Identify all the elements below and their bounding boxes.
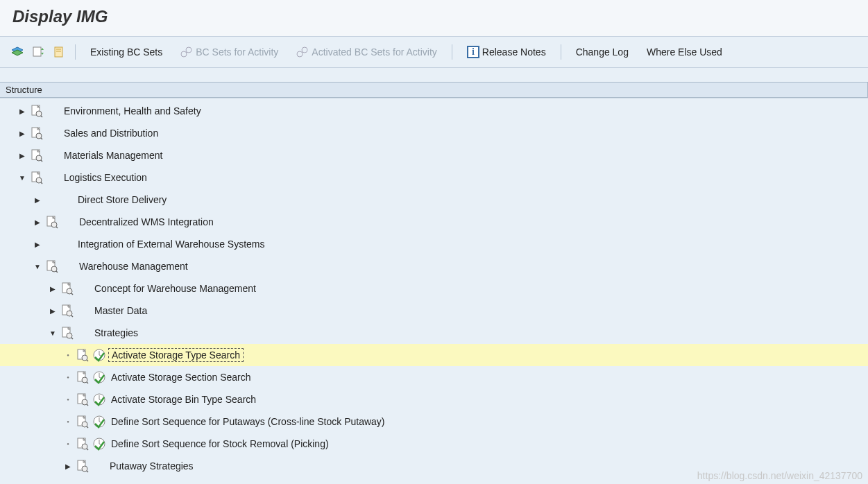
svg-line-30	[71, 293, 73, 295]
tree-node-ehs[interactable]: ▶ Environment, Health and Safety	[0, 100, 868, 122]
execute-icon[interactable]	[92, 347, 107, 363]
tree-label[interactable]: Logistics Execution	[61, 171, 150, 184]
svg-line-59	[87, 471, 88, 472]
tree-label[interactable]: Activate Storage Section Search	[108, 371, 254, 383]
svg-point-46	[82, 399, 87, 405]
bc-sets-activity-label: BC Sets for Activity	[196, 46, 278, 58]
svg-point-7	[186, 47, 192, 53]
tree-label[interactable]: Strategies	[92, 327, 141, 339]
expand-icon[interactable]: ▶	[32, 194, 43, 205]
expand-icon[interactable]: ▶	[62, 460, 74, 472]
tree-label[interactable]: Integration of External Warehouse System…	[75, 238, 268, 250]
tree-node-wms[interactable]: ▶ Decentralized WMS Integration	[0, 211, 868, 233]
doc-magnify-icon[interactable]	[75, 392, 90, 407]
expand-icon[interactable]: ▶	[17, 128, 28, 139]
leaf-dot-icon: ●	[62, 394, 74, 405]
collapse-icon[interactable]: ▼	[17, 172, 28, 183]
doc-magnify-icon[interactable]	[75, 370, 90, 385]
tree-node-mm[interactable]: ▶ Materials Management	[0, 144, 868, 166]
toolbar-separator	[452, 44, 452, 60]
where-else-used-button[interactable]: Where Else Used	[639, 43, 730, 61]
svg-point-38	[82, 355, 87, 361]
import-icon[interactable]	[29, 44, 47, 60]
svg-line-36	[71, 338, 73, 339]
execute-icon[interactable]	[92, 414, 107, 429]
collapse-icon[interactable]: ▼	[47, 327, 58, 338]
doc-magnify-icon[interactable]	[29, 103, 44, 119]
svg-point-20	[36, 178, 42, 183]
expand-icon[interactable]: ▶	[47, 305, 58, 316]
tree-label[interactable]: Sales and Distribution	[61, 127, 161, 139]
change-log-button[interactable]: Change Log	[568, 43, 636, 61]
expand-icon[interactable]: ▶	[47, 283, 58, 294]
tree-label[interactable]: Putaway Strategies	[107, 460, 196, 472]
activated-bc-sets-label: Activated BC Sets for Activity	[312, 46, 437, 58]
doc-magnify-icon[interactable]	[60, 325, 75, 340]
tree-node-le[interactable]: ▼ Logistics Execution	[0, 166, 868, 189]
tree-label[interactable]: Master Data	[92, 304, 150, 317]
svg-point-17	[36, 155, 42, 161]
tree-node-wm[interactable]: ▼ Warehouse Management	[0, 255, 868, 277]
tree-node-dsd[interactable]: ▶ Direct Store Delivery	[0, 189, 868, 211]
tree-activity-sort-putaway[interactable]: ● Define Sort Sequence for Putaways (Cro…	[0, 410, 868, 433]
tree-label[interactable]: Decentralized WMS Integration	[76, 216, 216, 228]
toolbar: Existing BC Sets BC Sets for Activity Ac…	[0, 37, 868, 68]
document-icon[interactable]	[50, 44, 68, 60]
activated-bc-sets-button[interactable]: Activated BC Sets for Activity	[289, 43, 445, 61]
tree-activity-sort-removal[interactable]: ● Define Sort Sequence for Stock Removal…	[0, 433, 868, 455]
expand-all-icon[interactable]	[8, 44, 26, 60]
tree-label[interactable]: Direct Store Delivery	[75, 193, 169, 206]
svg-point-58	[82, 466, 87, 472]
doc-magnify-icon[interactable]	[75, 414, 90, 429]
execute-icon[interactable]	[92, 370, 107, 385]
svg-line-27	[56, 271, 58, 273]
doc-magnify-icon[interactable]	[29, 148, 44, 163]
doc-magnify-icon[interactable]	[75, 458, 90, 474]
tree-label[interactable]: Activate Storage Bin Type Search	[108, 393, 259, 406]
expand-icon[interactable]: ▶	[17, 150, 28, 161]
doc-magnify-icon[interactable]	[75, 436, 90, 451]
release-notes-button[interactable]: i Release Notes	[459, 42, 554, 62]
execute-icon[interactable]	[92, 436, 107, 451]
doc-magnify-icon[interactable]	[29, 126, 44, 141]
collapse-icon[interactable]: ▼	[32, 261, 43, 272]
doc-magnify-icon[interactable]	[75, 347, 90, 363]
tree-activity-storage-section[interactable]: ● Activate Storage Section Search	[0, 366, 868, 388]
execute-icon[interactable]	[92, 392, 107, 407]
svg-line-24	[56, 227, 58, 228]
svg-point-54	[82, 444, 87, 449]
tree-label[interactable]: Define Sort Sequence for Stock Removal (…	[108, 438, 332, 450]
tree-node-putaway-strategies[interactable]: ▶ Putaway Strategies	[0, 455, 868, 477]
tree-node-sd[interactable]: ▶ Sales and Distribution	[0, 122, 868, 144]
doc-magnify-icon[interactable]	[60, 281, 75, 296]
leaf-dot-icon: ●	[62, 349, 74, 361]
svg-point-8	[297, 51, 303, 57]
tree-node-strategies[interactable]: ▼ Strategies	[0, 322, 868, 344]
tree-label[interactable]: Concept for Warehouse Management	[92, 282, 259, 295]
toolbar-separator	[561, 44, 561, 60]
tree-label-selected[interactable]: Activate Storage Type Search	[108, 348, 244, 362]
tree-label[interactable]: Define Sort Sequence for Putaways (Cross…	[108, 415, 388, 428]
tree-activity-storage-type[interactable]: ● Activate Storage Type Search	[0, 344, 868, 366]
svg-point-32	[67, 311, 72, 316]
doc-magnify-icon[interactable]	[29, 170, 44, 185]
tree-node-concept[interactable]: ▶ Concept for Warehouse Management	[0, 277, 868, 300]
tree-label[interactable]: Materials Management	[61, 149, 165, 162]
tree-node-extwh[interactable]: ▶ Integration of External Warehouse Syst…	[0, 233, 868, 255]
svg-line-39	[87, 360, 88, 361]
tree-label[interactable]: Warehouse Management	[76, 260, 191, 273]
leaf-dot-icon: ●	[62, 372, 74, 383]
tree-node-masterdata[interactable]: ▶ Master Data	[0, 300, 868, 322]
doc-magnify-icon[interactable]	[60, 303, 75, 318]
svg-line-15	[41, 138, 42, 139]
page-title: Display IMG	[12, 7, 108, 26]
expand-icon[interactable]: ▶	[17, 105, 28, 116]
existing-bc-sets-button[interactable]: Existing BC Sets	[83, 43, 170, 61]
tree-label[interactable]: Environment, Health and Safety	[61, 105, 204, 117]
expand-icon[interactable]: ▶	[32, 239, 43, 250]
bc-sets-activity-button[interactable]: BC Sets for Activity	[173, 43, 286, 61]
tree-activity-storage-bin[interactable]: ● Activate Storage Bin Type Search	[0, 388, 868, 410]
expand-icon[interactable]: ▶	[32, 216, 43, 227]
doc-magnify-icon[interactable]	[44, 259, 60, 274]
doc-magnify-icon[interactable]	[44, 214, 60, 230]
